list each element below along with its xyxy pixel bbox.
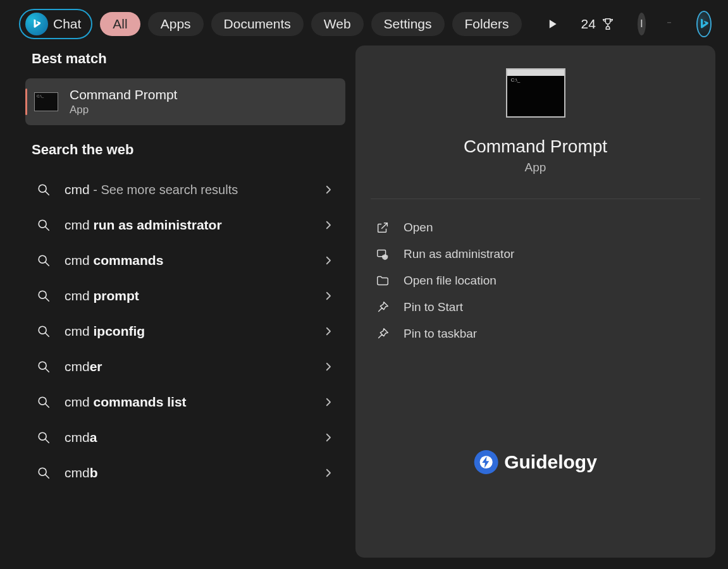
bing-icon	[25, 13, 48, 35]
action-run-as-administrator[interactable]: Run as administrator	[371, 241, 700, 267]
action-label: Open	[404, 221, 433, 235]
svg-line-16	[46, 404, 49, 408]
search-icon	[37, 254, 51, 267]
svg-line-10	[46, 298, 49, 302]
search-icon	[37, 466, 51, 480]
chevron-right-icon	[323, 255, 334, 266]
search-icon	[37, 360, 51, 374]
web-result[interactable]: cmd - See more search results	[23, 172, 345, 207]
search-icon	[37, 183, 51, 197]
preview-panel: C:\_ Command Prompt App OpenRun as admin…	[355, 46, 715, 558]
action-pin-to-start[interactable]: Pin to Start	[371, 294, 700, 321]
chevron-right-icon	[323, 326, 334, 337]
svg-line-14	[46, 369, 49, 372]
chevron-right-icon	[323, 396, 334, 408]
action-label: Run as administrator	[404, 247, 514, 261]
tab-web[interactable]: Web	[311, 12, 364, 35]
action-label: Pin to Start	[404, 300, 463, 314]
user-avatar[interactable]: I	[638, 13, 646, 35]
ellipsis-icon	[662, 22, 676, 26]
svg-line-8	[46, 262, 49, 266]
search-icon	[37, 289, 51, 303]
chevron-right-icon	[323, 219, 334, 231]
tab-settings[interactable]: Settings	[371, 12, 445, 35]
best-match-result[interactable]: C:\_ Command Prompt App	[25, 78, 345, 125]
action-label: Open file location	[404, 274, 497, 288]
preview-app-icon: C:\_	[506, 68, 565, 118]
svg-point-0	[668, 22, 669, 23]
tab-apps[interactable]: Apps	[148, 12, 204, 35]
trophy-icon	[601, 17, 615, 31]
action-open-file-location[interactable]: Open file location	[371, 267, 700, 294]
web-result-label: cmda	[65, 430, 309, 445]
admin-icon	[376, 247, 390, 261]
folder-icon	[376, 274, 390, 288]
web-result[interactable]: cmd prompt	[23, 278, 345, 314]
tab-all[interactable]: All	[100, 12, 140, 35]
tab-chat-label: Chat	[53, 16, 81, 32]
action-pin-to-taskbar[interactable]: Pin to taskbar	[371, 321, 700, 347]
top-tab-bar: Chat All Apps Documents Web Settings Fol…	[0, 0, 728, 46]
chevron-right-icon	[323, 467, 334, 479]
play-icon[interactable]	[546, 16, 558, 32]
web-result-label: cmd commands list	[65, 395, 309, 410]
search-icon	[37, 395, 51, 409]
results-column: Best match C:\_ Command Prompt App Searc…	[23, 46, 345, 558]
web-result[interactable]: cmd commands list	[23, 384, 345, 420]
lightning-icon	[474, 450, 498, 474]
open-icon	[376, 221, 390, 235]
section-best-match: Best match	[32, 51, 336, 67]
svg-line-20	[46, 475, 49, 479]
svg-line-6	[46, 227, 49, 231]
web-result-label: cmder	[65, 359, 309, 374]
rewards-indicator[interactable]: 24	[581, 16, 615, 32]
web-result-label: cmd - See more search results	[65, 182, 309, 197]
preview-subtitle: App	[371, 161, 700, 174]
web-result-label: cmd prompt	[65, 288, 309, 303]
best-match-subtitle: App	[70, 104, 177, 116]
svg-line-4	[46, 192, 49, 195]
actions-list: OpenRun as administratorOpen file locati…	[371, 214, 700, 347]
preview-title: Command Prompt	[371, 137, 700, 157]
watermark: Guidelogy	[474, 450, 597, 474]
pin-icon	[376, 327, 390, 341]
tab-documents[interactable]: Documents	[211, 12, 304, 35]
rewards-points: 24	[581, 16, 596, 32]
svg-line-18	[46, 439, 49, 443]
action-label: Pin to taskbar	[404, 327, 477, 341]
search-icon	[37, 324, 51, 338]
web-result-label: cmd run as administrator	[65, 217, 309, 233]
web-result[interactable]: cmd run as administrator	[23, 207, 345, 243]
web-result[interactable]: cmd commands	[23, 243, 345, 278]
search-icon	[37, 218, 51, 232]
web-result[interactable]: cmdb	[23, 455, 345, 491]
tab-chat[interactable]: Chat	[19, 9, 92, 39]
web-result[interactable]: cmder	[23, 349, 345, 384]
web-result-label: cmdb	[65, 465, 309, 480]
bing-icon	[698, 18, 710, 30]
search-icon	[37, 431, 51, 444]
svg-point-1	[669, 22, 670, 23]
best-match-title: Command Prompt	[70, 87, 177, 102]
section-search-web: Search the web	[32, 142, 336, 158]
cmd-icon: C:\_	[34, 92, 58, 111]
bing-chat-button[interactable]	[696, 11, 712, 37]
web-result-label: cmd ipconfig	[65, 324, 309, 339]
chevron-right-icon	[323, 361, 334, 372]
svg-point-2	[670, 22, 671, 23]
chevron-right-icon	[323, 290, 334, 302]
action-open[interactable]: Open	[371, 214, 700, 241]
more-button[interactable]	[662, 13, 676, 35]
chevron-right-icon	[323, 184, 334, 195]
web-result-label: cmd commands	[65, 253, 309, 268]
web-result[interactable]: cmd ipconfig	[23, 314, 345, 349]
divider	[371, 199, 700, 199]
chevron-right-icon	[323, 432, 334, 443]
web-results-list: cmd - See more search resultscmd run as …	[23, 172, 345, 491]
svg-line-12	[46, 333, 49, 337]
web-result[interactable]: cmda	[23, 420, 345, 455]
tab-folders[interactable]: Folders	[452, 12, 522, 35]
pin-icon	[376, 300, 390, 314]
